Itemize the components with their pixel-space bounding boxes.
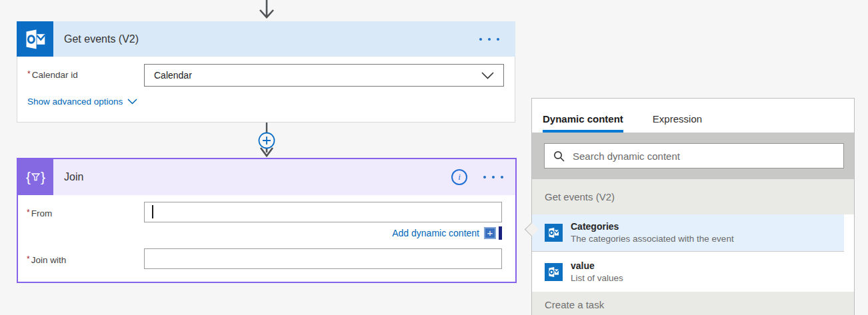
show-advanced-options-link[interactable]: Show advanced options (27, 97, 137, 107)
calendar-id-label: *Calendar id (27, 69, 78, 80)
join-card[interactable]: {} Join i *From Add dynamic content + *J… (17, 158, 517, 283)
item-description: The categories associated with the event (571, 233, 734, 245)
flow-designer-canvas: Get events (V2) *Calendar id Calendar Sh… (0, 0, 868, 315)
search-band (532, 133, 854, 179)
info-icon[interactable]: i (451, 169, 467, 185)
search-input[interactable] (573, 151, 837, 162)
incoming-arrow-connector (256, 0, 277, 21)
join-with-label: *Join with (27, 254, 66, 265)
dynamic-content-panel: Dynamic content Expression Get events (V… (531, 98, 855, 315)
calendar-id-value: Calendar (154, 70, 192, 81)
item-title: value (571, 260, 623, 272)
join-with-input[interactable] (144, 248, 502, 269)
cursor-bar (499, 226, 502, 240)
get-events-menu-ellipsis-icon[interactable] (479, 21, 499, 57)
join-menu-ellipsis-icon[interactable] (483, 159, 503, 195)
item-title: Categories (571, 220, 734, 233)
section-header-create-a-task: Create a task (532, 292, 854, 315)
join-card-title: Join (53, 159, 515, 195)
item-description: List of values (571, 272, 623, 284)
insert-new-step-button[interactable] (256, 130, 277, 151)
text-cursor (152, 205, 153, 218)
join-data-operation-icon: {} (18, 159, 53, 195)
dynamic-content-item-categories[interactable]: Categories The categories associated wit… (532, 214, 844, 252)
search-icon (553, 151, 565, 162)
tab-dynamic-content[interactable]: Dynamic content (543, 113, 623, 133)
add-dynamic-content-link[interactable]: Add dynamic content (392, 228, 479, 238)
calendar-id-dropdown[interactable]: Calendar (144, 64, 504, 87)
outlook-icon (545, 224, 563, 242)
get-events-card-title: Get events (V2) (53, 21, 515, 57)
required-marker: * (27, 69, 31, 79)
get-events-card-header[interactable]: Get events (V2) (17, 21, 515, 57)
chevron-down-icon (127, 99, 137, 105)
section-header-get-events: Get events (V2) (532, 179, 854, 214)
chevron-down-icon (481, 72, 494, 79)
outlook-icon (17, 21, 53, 57)
dynamic-content-item-value[interactable]: value List of values (532, 252, 854, 292)
tab-expression[interactable]: Expression (653, 113, 702, 133)
panel-tabs: Dynamic content Expression (532, 99, 854, 133)
from-label: *From (27, 208, 52, 218)
search-box[interactable] (544, 143, 844, 168)
outlook-icon (545, 263, 563, 281)
get-events-card[interactable]: Get events (V2) *Calendar id Calendar Sh… (17, 21, 515, 123)
from-input[interactable] (144, 202, 502, 222)
join-card-header[interactable]: {} Join i (18, 159, 515, 195)
add-dynamic-content-plus-icon[interactable]: + (484, 227, 496, 239)
